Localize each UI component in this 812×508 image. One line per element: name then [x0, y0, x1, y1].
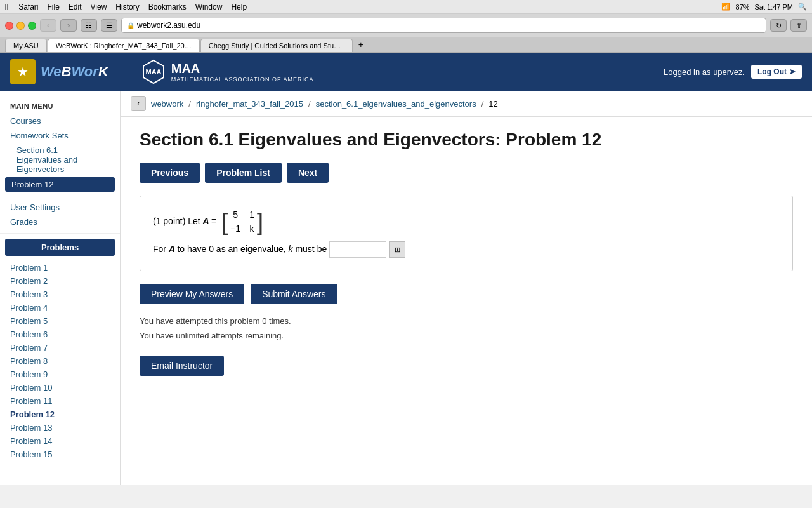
menu-edit[interactable]: Edit [69, 3, 82, 11]
matrix-bracket-right: ] [257, 211, 263, 234]
webwork-brand-name: WeBWorK [41, 64, 108, 80]
k-var: k [289, 244, 296, 254]
for-text: For [153, 244, 166, 254]
must-be-text: must be [295, 244, 327, 254]
logout-button[interactable]: Log Out ➤ [751, 65, 802, 79]
show-tabs-button[interactable]: ☷ [81, 19, 97, 32]
minimize-button[interactable] [16, 22, 25, 30]
sidebar-item-homework-sets[interactable]: Homework Sets [0, 128, 120, 143]
breadcrumb-problem-num: 12 [488, 99, 497, 109]
matrix-cell-22: k [249, 223, 254, 236]
sidebar-problem-link-15[interactable]: Problem 15 [0, 448, 120, 461]
back-button[interactable]: ‹ [40, 19, 56, 32]
svg-text:MAA: MAA [145, 68, 161, 76]
breadcrumb-sep-3: / [481, 99, 484, 109]
search-icon[interactable]: 🔍 [798, 3, 807, 11]
maa-logo: MAA MAA MATHEMATICAL ASSOCIATION OF AMER… [128, 59, 314, 84]
sidebar-problem-link-1[interactable]: Problem 1 [0, 261, 120, 274]
next-button[interactable]: Next [287, 163, 329, 183]
menu-history[interactable]: History [115, 3, 139, 11]
apple-menu[interactable]:  [5, 2, 8, 12]
attempts-line2: You have unlimited attempts remaining. [140, 329, 793, 343]
math-palette-button[interactable]: ⊞ [389, 241, 405, 258]
reload-button[interactable]: ↻ [770, 19, 787, 32]
breadcrumb-webwork[interactable]: webwork [151, 99, 183, 109]
problem-links-list: Problem 1Problem 2Problem 3Problem 4Prob… [0, 261, 120, 461]
reader-button[interactable]: ☰ [101, 19, 117, 32]
previous-button[interactable]: Previous [140, 163, 200, 183]
breadcrumb-course[interactable]: ringhofer_mat_343_fall_2015 [196, 99, 303, 109]
sidebar-item-grades[interactable]: Grades [0, 215, 120, 229]
sidebar-problem-link-7[interactable]: Problem 7 [0, 341, 120, 354]
menu-view[interactable]: View [91, 3, 107, 11]
sidebar-problem-link-13[interactable]: Problem 13 [0, 421, 120, 434]
menu-help[interactable]: Help [231, 3, 247, 11]
clock: Sat 1:47 PM [754, 3, 793, 11]
close-button[interactable] [5, 22, 13, 30]
webwork-star-icon: ★ [10, 59, 36, 84]
wifi-icon: 📶 [721, 3, 730, 11]
forward-button[interactable]: › [60, 19, 77, 32]
matrix-cell-12: 1 [249, 209, 254, 222]
menu-bookmarks[interactable]: Bookmarks [148, 3, 187, 11]
breadcrumb-sep-1: / [188, 99, 191, 109]
maa-text: MAA MATHEMATICAL ASSOCIATION OF AMERICA [171, 62, 314, 83]
battery-text: 87% [735, 3, 749, 11]
page-title: Section 6.1 Eigenvalues and Eigenvectors… [140, 130, 793, 150]
answer-input[interactable] [329, 241, 386, 258]
menu-items: Safari File Edit View History Bookmarks … [18, 3, 247, 11]
sidebar-item-user-settings[interactable]: User Settings [0, 200, 120, 215]
sidebar-problem-link-8[interactable]: Problem 8 [0, 354, 120, 368]
sidebar-problem-link-5[interactable]: Problem 5 [0, 314, 120, 328]
sidebar-problem-link-3[interactable]: Problem 3 [0, 288, 120, 301]
main-container: MAIN MENU Courses Homework Sets Section … [0, 91, 812, 485]
equals-sign: = [211, 216, 216, 226]
share-button[interactable]: ⇧ [790, 19, 807, 32]
submit-button[interactable]: Submit Answers [251, 284, 337, 304]
lock-icon: 🔒 [127, 22, 134, 29]
traffic-lights [5, 22, 36, 30]
sidebar-problem-link-14[interactable]: Problem 14 [0, 434, 120, 448]
sidebar-item-section61[interactable]: Section 6.1 Eigenvalues and Eigenvectors [0, 143, 120, 177]
sidebar-problem-link-11[interactable]: Problem 11 [0, 394, 120, 408]
breadcrumb-sep-2: / [308, 99, 311, 109]
sidebar-item-courses[interactable]: Courses [0, 114, 120, 128]
matrix-variable: A [203, 216, 211, 226]
action-buttons: Preview My Answers Submit Answers [140, 284, 793, 304]
preview-button[interactable]: Preview My Answers [140, 284, 244, 304]
sidebar-problem-link-12[interactable]: Problem 12 [0, 408, 120, 421]
email-instructor-button[interactable]: Email Instructor [140, 356, 224, 376]
problem-list-button[interactable]: Problem List [205, 163, 282, 183]
matrix-cell-11: 5 [230, 209, 240, 222]
problem-text: (1 point) Let A = [ 5 1 −1 k ] [153, 209, 780, 235]
maximize-button[interactable] [28, 22, 36, 30]
sidebar-problem-link-2[interactable]: Problem 2 [0, 274, 120, 288]
content-area: Section 6.1 Eigenvalues and Eigenvectors… [121, 117, 812, 485]
breadcrumb-bar: ‹ webwork / ringhofer_mat_343_fall_2015 … [121, 91, 812, 117]
address-bar[interactable]: 🔒 webwork2.asu.edu [121, 18, 766, 33]
matrix-cell-21: −1 [230, 223, 240, 236]
menu-file[interactable]: File [47, 3, 59, 11]
tab-chegg[interactable]: Chegg Study | Guided Solutions and Study… [200, 39, 353, 52]
logged-in-text: Logged in as upervez. [664, 67, 745, 77]
new-tab-button[interactable]: + [353, 37, 369, 52]
breadcrumb-section[interactable]: section_6.1_eigenvalues_and_eigenvectors [316, 99, 476, 109]
sidebar-problem-link-6[interactable]: Problem 6 [0, 328, 120, 341]
breadcrumb-back-button[interactable]: ‹ [131, 96, 146, 111]
eigenvalue-question: For A to have 0 as an eigenvalue, k must… [153, 241, 780, 258]
header-right: Logged in as upervez. Log Out ➤ [664, 65, 802, 79]
tab-webwork[interactable]: WeBWorK : Ringhofer_MAT_343_Fall_2015 : … [48, 39, 200, 52]
sidebar-item-problem12[interactable]: Problem 12 [5, 177, 115, 192]
menu-window[interactable]: Window [195, 3, 223, 11]
tab-myasu[interactable]: My ASU [5, 39, 47, 52]
matrix-bracket-left: [ [221, 211, 228, 234]
sidebar-problem-link-4[interactable]: Problem 4 [0, 301, 120, 314]
sidebar-problem-link-10[interactable]: Problem 10 [0, 381, 120, 394]
mac-menubar:  Safari File Edit View History Bookmark… [0, 0, 812, 14]
sidebar-problem-link-9[interactable]: Problem 9 [0, 368, 120, 381]
menu-safari[interactable]: Safari [18, 3, 38, 11]
matrix-container: [ 5 1 −1 k ] [221, 209, 263, 235]
problem-intro-text: (1 point) Let [153, 216, 200, 226]
content-panel: ‹ webwork / ringhofer_mat_343_fall_2015 … [121, 91, 812, 485]
problems-section-header: Problems [5, 239, 115, 256]
